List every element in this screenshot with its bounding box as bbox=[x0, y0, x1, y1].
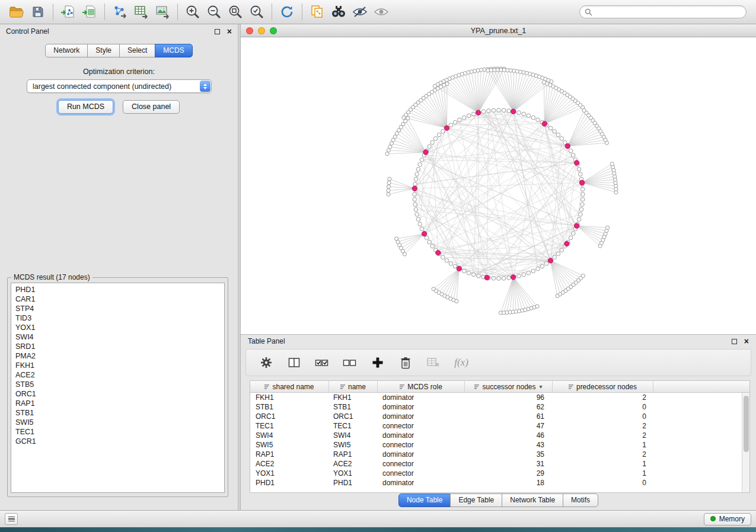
export-table-button[interactable] bbox=[130, 2, 152, 22]
table-cell: 1 bbox=[553, 440, 653, 450]
show-columns-button[interactable] bbox=[286, 354, 302, 371]
export-network-icon bbox=[111, 4, 128, 20]
column-header-successor-nodes[interactable]: successor nodes ▾ bbox=[465, 381, 553, 392]
mcds-result-item[interactable]: FKH1 bbox=[15, 361, 224, 370]
close-table-panel-icon[interactable]: × bbox=[744, 337, 749, 345]
criterion-dropdown[interactable]: largest connected component (undirected) bbox=[27, 79, 212, 93]
table-row[interactable]: FKH1FKH1dominator962 bbox=[250, 393, 742, 402]
close-panel-icon[interactable]: × bbox=[227, 27, 232, 36]
column-header-shared-name[interactable]: shared name bbox=[250, 381, 329, 392]
table-settings-button[interactable] bbox=[258, 354, 275, 371]
mcds-result-item[interactable]: STB1 bbox=[15, 408, 224, 418]
tab-edge-table[interactable]: Edge Table bbox=[450, 493, 502, 507]
table-row[interactable]: SWI5SWI5connector431 bbox=[250, 440, 742, 450]
mcds-result-item[interactable]: GCR1 bbox=[15, 437, 224, 446]
tab-network-table[interactable]: Network Table bbox=[502, 493, 563, 507]
search-box[interactable] bbox=[579, 5, 747, 18]
table-cell: dominator bbox=[378, 450, 465, 459]
open-file-button[interactable] bbox=[6, 2, 27, 22]
zoom-fit-content-button[interactable] bbox=[225, 2, 246, 22]
refresh-view-button[interactable] bbox=[276, 2, 298, 22]
export-image-icon bbox=[154, 4, 171, 20]
table-scrollbar[interactable] bbox=[742, 393, 749, 492]
zoom-out-button[interactable] bbox=[203, 2, 225, 22]
table-row[interactable]: STB1STB1dominator620 bbox=[250, 402, 742, 412]
export-network-button[interactable] bbox=[109, 2, 130, 22]
tab-mcds[interactable]: MCDS bbox=[155, 44, 192, 57]
mcds-result-list[interactable]: PHD1CAR1STP4TID3YOX1SWI4SRD1PMA2FKH1ACE2… bbox=[11, 283, 225, 493]
mcds-result-item[interactable]: TID3 bbox=[15, 313, 224, 323]
table-cell-filler bbox=[653, 393, 742, 402]
mcds-result-item[interactable]: STP4 bbox=[15, 304, 224, 313]
tab-motifs[interactable]: Motifs bbox=[563, 493, 598, 507]
mcds-result-item[interactable]: YOX1 bbox=[15, 323, 224, 332]
tab-node-table[interactable]: Node Table bbox=[398, 493, 451, 507]
select-all-columns-button[interactable] bbox=[314, 354, 330, 371]
table-row[interactable]: SWI4SWI4dominator462 bbox=[250, 431, 742, 440]
eye-icon bbox=[373, 5, 390, 19]
mcds-result-item[interactable]: PHD1 bbox=[15, 285, 224, 294]
sort-icon bbox=[400, 384, 405, 389]
table-row[interactable]: ACE2ACE2connector311 bbox=[250, 459, 742, 469]
mcds-result-item[interactable]: ACE2 bbox=[15, 370, 224, 380]
column-header-predecessor-nodes[interactable]: predecessor nodes bbox=[553, 381, 653, 392]
tab-style[interactable]: Style bbox=[87, 44, 120, 57]
zoom-fit-icon bbox=[227, 4, 244, 20]
task-history-button[interactable] bbox=[5, 513, 18, 525]
mcds-result-item[interactable]: SRD1 bbox=[15, 342, 224, 351]
control-panel-title: Control Panel bbox=[6, 27, 49, 36]
table-cell: ACE2 bbox=[329, 459, 378, 469]
mcds-result-item[interactable]: SWI4 bbox=[15, 332, 224, 342]
mcds-result-item[interactable]: STB5 bbox=[15, 380, 224, 389]
deselect-all-columns-button[interactable] bbox=[342, 354, 358, 371]
delete-column-button[interactable] bbox=[397, 354, 414, 371]
toolbar-separator bbox=[302, 4, 302, 20]
table-row[interactable]: RAP1RAP1dominator352 bbox=[250, 450, 742, 459]
mcds-result-item[interactable]: RAP1 bbox=[15, 399, 224, 408]
table-scrollbar-thumb[interactable] bbox=[744, 396, 749, 452]
column-header-mcds-role[interactable]: MCDS role bbox=[378, 381, 465, 392]
function-builder-button[interactable]: f(x) bbox=[453, 354, 470, 371]
network-canvas[interactable] bbox=[241, 37, 756, 334]
table-cell: connector bbox=[378, 421, 465, 431]
mcds-result-item[interactable]: ORC1 bbox=[15, 389, 224, 399]
save-session-button[interactable] bbox=[27, 2, 49, 22]
tab-network[interactable]: Network bbox=[45, 44, 88, 57]
mcds-result-item[interactable]: CAR1 bbox=[15, 294, 224, 304]
float-table-panel-icon[interactable] bbox=[732, 339, 737, 344]
copy-network-button[interactable] bbox=[307, 2, 328, 22]
show-all-button[interactable] bbox=[371, 2, 392, 22]
search-input[interactable] bbox=[595, 8, 741, 16]
import-table-from-file-button[interactable] bbox=[79, 2, 100, 22]
mcds-result-item[interactable]: TEC1 bbox=[15, 427, 224, 437]
float-panel-icon[interactable] bbox=[215, 29, 220, 34]
trash-icon bbox=[400, 356, 412, 370]
delete-table-button[interactable] bbox=[425, 354, 442, 371]
export-image-button[interactable] bbox=[152, 2, 173, 22]
zoom-in-button[interactable] bbox=[182, 2, 203, 22]
dropdown-stepper-icon bbox=[200, 81, 210, 92]
close-panel-button[interactable]: Close panel bbox=[123, 100, 180, 114]
hide-selected-button[interactable] bbox=[349, 2, 371, 22]
first-neighbors-button[interactable] bbox=[328, 2, 349, 22]
column-header-name[interactable]: name bbox=[329, 381, 378, 392]
mcds-result-item[interactable]: PMA2 bbox=[15, 351, 224, 361]
mcds-result-item[interactable]: SWI5 bbox=[15, 418, 224, 427]
main-toolbar bbox=[0, 0, 756, 24]
eye-slash-icon bbox=[352, 5, 368, 19]
table-row[interactable]: TEC1TEC1connector472 bbox=[250, 421, 742, 431]
run-mcds-button[interactable]: Run MCDS bbox=[58, 100, 113, 114]
table-row[interactable]: YOX1YOX1connector291 bbox=[250, 469, 742, 478]
table-cell: dominator bbox=[378, 431, 465, 440]
table-cell: SWI5 bbox=[329, 440, 378, 450]
table-toolbar: f(x) bbox=[245, 349, 751, 376]
memory-button[interactable]: Memory bbox=[704, 513, 751, 525]
import-network-from-file-button[interactable] bbox=[58, 2, 79, 22]
table-row[interactable]: PHD1PHD1dominator180 bbox=[250, 478, 742, 488]
add-column-button[interactable] bbox=[369, 354, 386, 371]
node-table-rows: FKH1FKH1dominator962STB1STB1dominator620… bbox=[250, 393, 742, 492]
tab-select[interactable]: Select bbox=[119, 44, 155, 57]
zoom-selected-button[interactable] bbox=[246, 2, 267, 22]
table-row[interactable]: ORC1ORC1dominator610 bbox=[250, 412, 742, 421]
table-cell: YOX1 bbox=[329, 469, 378, 478]
